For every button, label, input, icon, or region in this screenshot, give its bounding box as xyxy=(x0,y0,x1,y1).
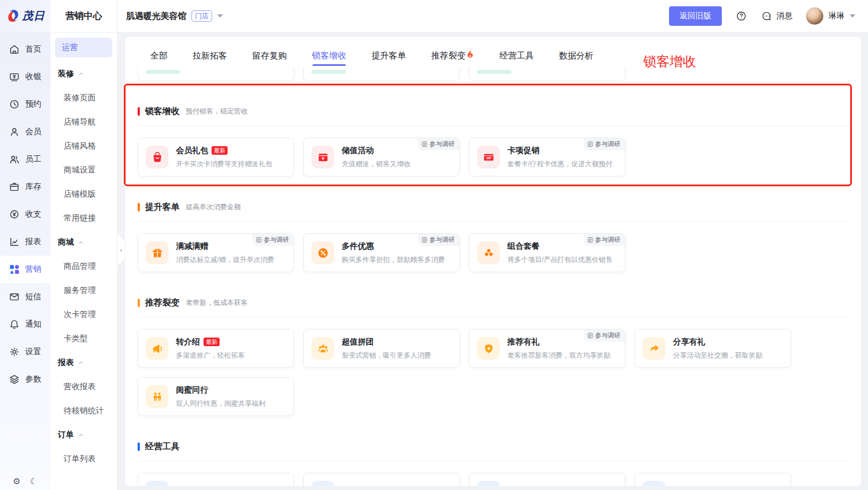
rail-item-marketing[interactable]: 营销 xyxy=(0,256,50,283)
section-lock-customers-revenue: 锁客增收 预付锁客，稳定营收 会员礼包 最新 xyxy=(138,106,851,177)
rail-item-member[interactable]: 会员 xyxy=(0,118,50,146)
feature-card-wechat-miniprogram[interactable]: 微信小程序 xyxy=(303,473,460,486)
sidebar-item-card-types[interactable]: 卡类型 xyxy=(50,327,117,351)
feature-card-combo-package[interactable]: 组合套餐 将多个项目/产品打包以优惠价销售 参与调研 xyxy=(469,233,625,272)
rail-item-inventory[interactable]: 库存 xyxy=(0,173,50,201)
feature-card-full-reduction-gift[interactable]: 满减满赠 消费达标立减/赠，提升单次消费 参与调研 xyxy=(138,233,294,272)
survey-icon xyxy=(587,332,593,339)
partial-card[interactable] xyxy=(469,67,625,81)
sidebar-item-pending-writeoff[interactable]: 待核销统计 xyxy=(50,399,117,423)
feature-card-share-reward[interactable]: 分享有礼 分享活动至社交圈，获取奖励 xyxy=(635,329,791,368)
sidebar-group-decoration[interactable]: 装修 xyxy=(50,62,117,86)
rail-item-finance[interactable]: 收支 xyxy=(0,201,50,228)
help-icon[interactable] xyxy=(736,10,747,22)
survey-icon xyxy=(256,237,262,243)
section-referral-fission: 推荐裂变 老带新，低成本获客 转介绍 最新 xyxy=(138,297,851,416)
avatar xyxy=(806,7,823,25)
sidebar-item-store-template[interactable]: 店铺模版 xyxy=(50,182,117,206)
sidebar-group-orders[interactable]: 订单 xyxy=(50,423,117,447)
sidebar-item-revenue-report[interactable]: 营收报表 xyxy=(50,375,117,399)
sidebar-item-service-mgmt[interactable]: 服务管理 xyxy=(50,279,117,303)
user-menu[interactable]: 琳琳 xyxy=(806,7,855,25)
clock-icon xyxy=(9,99,20,110)
partial-card[interactable] xyxy=(303,67,460,81)
feature-card-bestie-companion[interactable]: 闺蜜同行 双人同行特惠，闺蜜共享福利 xyxy=(138,377,294,416)
marketing-center-app: 茂日 营销中心 肌遇暖光美容馆 门店 返回旧版 消息 琳琳 xyxy=(0,0,868,490)
chevron-up-icon xyxy=(78,432,84,438)
main-area: 全部 拉新拓客 留存复购 锁客增收 提升客单 推荐裂变 经营工具 数据分析 xyxy=(125,32,868,490)
sub-sidebar: 运营 装修 装修页面 店铺导航 店铺风格 商城设置 店铺模版 常用链接 商城 商… xyxy=(50,32,118,490)
rail-item-cashier[interactable]: 收银 xyxy=(0,63,50,91)
rail-item-report[interactable]: 报表 xyxy=(0,228,50,256)
sidebar-group-reports[interactable]: 报表 xyxy=(50,351,117,375)
companions-icon xyxy=(146,385,169,408)
rail-item-sms[interactable]: 短信 xyxy=(0,283,50,311)
rail-item-booking[interactable]: 预约 xyxy=(0,91,50,118)
survey-icon xyxy=(421,237,428,243)
store-selector[interactable]: 肌遇暖光美容馆 门店 xyxy=(118,10,223,22)
card-desc: 老客推荐新客消费，双方均享奖励 xyxy=(507,351,611,360)
feature-card-referral-reward[interactable]: 推荐有礼 老客推荐新客消费，双方均享奖励 参与调研 xyxy=(469,329,625,368)
survey-corner-badge[interactable]: 参与调研 xyxy=(584,234,625,246)
chevron-up-icon xyxy=(78,240,84,245)
feature-card-business-assistant[interactable]: 经营助手 xyxy=(635,473,791,486)
brand-logo[interactable]: 茂日 xyxy=(0,0,50,32)
card-title: 闺蜜同行 xyxy=(176,385,208,395)
sidebar-collapse-handle[interactable]: ‹ xyxy=(118,234,124,266)
rail-item-parameters[interactable]: 参数 xyxy=(0,366,50,393)
feature-card-wechat-official[interactable]: 微信公众号 xyxy=(138,473,294,486)
sidebar-item-store-style[interactable]: 店铺风格 xyxy=(50,134,117,158)
section-accent-bar xyxy=(138,442,140,451)
logo-icon xyxy=(6,9,21,23)
messages-button[interactable]: 消息 xyxy=(761,10,792,22)
sidebar-item-punchcard-mgmt[interactable]: 次卡管理 xyxy=(50,303,117,327)
survey-corner-badge[interactable]: 参与调研 xyxy=(252,234,294,246)
feature-card-member-gift-pack[interactable]: 会员礼包 最新 开卡买次卡消费等支持赠送礼包 xyxy=(138,138,294,177)
report-icon xyxy=(9,236,20,248)
sidebar-item-product-mgmt[interactable]: 商品管理 xyxy=(50,254,117,279)
svg-text:VIP: VIP xyxy=(486,156,491,160)
rail-item-home[interactable]: 首页 xyxy=(0,36,50,63)
user-name: 琳琳 xyxy=(828,11,844,21)
rail-item-settings[interactable]: 设置 xyxy=(0,338,50,366)
sidebar-item-common-links[interactable]: 常用链接 xyxy=(50,206,117,230)
back-to-old-version-button[interactable]: 返回旧版 xyxy=(669,6,722,26)
sidebar-item-order-list[interactable]: 订单列表 xyxy=(50,447,117,471)
wechat-icon xyxy=(146,481,169,486)
bell-icon xyxy=(9,319,20,330)
feature-card-multi-item-discount[interactable]: 多件优惠 购买多件享折扣，鼓励顾客多消费 参与调研 xyxy=(303,233,460,272)
card-desc: 分享活动至社交圈，获取奖励 xyxy=(673,351,763,360)
section-accent-bar xyxy=(138,107,140,116)
section-subtitle: 预付锁客，稳定营收 xyxy=(186,107,248,116)
moon-icon[interactable]: ☾ xyxy=(30,476,37,487)
partial-card[interactable] xyxy=(138,67,294,81)
sidebar-item-decoration-page[interactable]: 装修页面 xyxy=(50,86,117,110)
section-title: 锁客增收 xyxy=(145,106,179,117)
share-icon xyxy=(643,337,666,360)
topbar-right: 返回旧版 消息 琳琳 xyxy=(669,6,868,26)
feature-card-tumeite[interactable]: 图美特 xyxy=(469,473,625,486)
feature-card-card-promotion[interactable]: VIP 卡项促销 套餐卡/疗程卡优惠，促进大额预付 参与调研 xyxy=(469,138,625,177)
feature-card-referral[interactable]: 转介绍 最新 多渠道推广，轻松拓客 xyxy=(138,329,294,368)
rail-item-notifications[interactable]: 通知 xyxy=(0,311,50,338)
gear-icon[interactable]: ⚙ xyxy=(13,476,21,487)
messages-label: 消息 xyxy=(776,11,792,21)
sidebar-group-mall[interactable]: 商城 xyxy=(50,230,117,254)
fire-icon xyxy=(466,49,474,58)
svg-text:¥: ¥ xyxy=(322,155,324,160)
cashier-icon xyxy=(9,71,20,83)
survey-corner-badge[interactable]: 参与调研 xyxy=(584,138,625,150)
survey-corner-badge[interactable]: 参与调研 xyxy=(418,138,459,150)
survey-corner-badge[interactable]: 参与调研 xyxy=(584,330,625,342)
feature-card-stored-value[interactable]: ¥ 储值活动 充值赠送，锁客又增收 参与调研 xyxy=(303,138,460,177)
feature-card-group-buy[interactable]: 超值拼团 裂变式营销，吸引更多人消费 xyxy=(303,329,460,368)
sidebar-item-mall-settings[interactable]: 商城设置 xyxy=(50,158,117,182)
card-title: 推荐有礼 xyxy=(507,337,539,347)
group-icon xyxy=(311,337,334,360)
module-title-wrap: 营销中心 xyxy=(50,0,118,32)
survey-corner-badge[interactable]: 参与调研 xyxy=(418,234,459,246)
sidebar-item-store-nav[interactable]: 店铺导航 xyxy=(50,110,117,134)
gift-box-icon xyxy=(146,241,169,264)
sidebar-item-operations[interactable]: 运营 xyxy=(55,38,112,57)
rail-item-staff[interactable]: 员工 xyxy=(0,146,50,173)
